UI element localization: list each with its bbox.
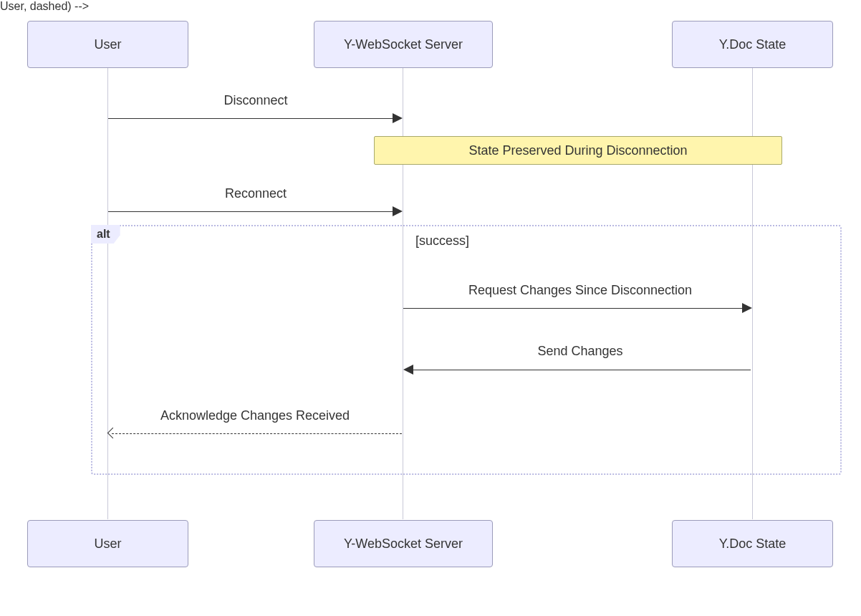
note-label: State Preserved During Disconnection <box>468 143 687 158</box>
msg-reconnect-arrow <box>108 211 393 212</box>
msg-request-changes-arrow <box>403 308 742 309</box>
actor-server-bottom: Y-WebSocket Server <box>314 520 493 567</box>
actor-label: User <box>94 37 121 52</box>
arrowhead-icon <box>403 365 413 375</box>
alt-condition: [success] <box>415 234 469 249</box>
msg-request-changes-label: Request Changes Since Disconnection <box>430 283 731 298</box>
actor-label: Y-WebSocket Server <box>344 37 463 52</box>
actor-ydoc-top: Y.Doc State <box>672 21 833 68</box>
arrowhead-icon <box>393 206 403 216</box>
actor-server-top: Y-WebSocket Server <box>314 21 493 68</box>
alt-fragment <box>91 225 842 475</box>
note-state-preserved: State Preserved During Disconnection <box>374 136 782 165</box>
actor-label: User <box>94 536 121 552</box>
actor-label: Y.Doc State <box>719 37 787 52</box>
sequence-diagram: User Y-WebSocket Server Y.Doc State User… <box>0 0 861 616</box>
msg-send-changes-arrow <box>413 370 751 370</box>
msg-ack-arrow <box>112 433 402 434</box>
actor-label: Y.Doc State <box>719 536 787 552</box>
msg-ack-label: Acknowledge Changes Received <box>122 408 388 423</box>
actor-ydoc-bottom: Y.Doc State <box>672 520 833 567</box>
alt-label: alt <box>91 225 120 244</box>
actor-user-bottom: User <box>27 520 188 567</box>
msg-send-changes-label: Send Changes <box>509 344 652 359</box>
actor-user-top: User <box>27 21 188 68</box>
actor-label: Y-WebSocket Server <box>344 536 463 552</box>
msg-reconnect-label: Reconnect <box>188 186 324 201</box>
msg-disconnect-arrow <box>108 118 393 119</box>
arrowhead-icon <box>393 113 403 123</box>
arrowhead-icon <box>742 303 752 313</box>
msg-disconnect-label: Disconnect <box>188 93 324 108</box>
